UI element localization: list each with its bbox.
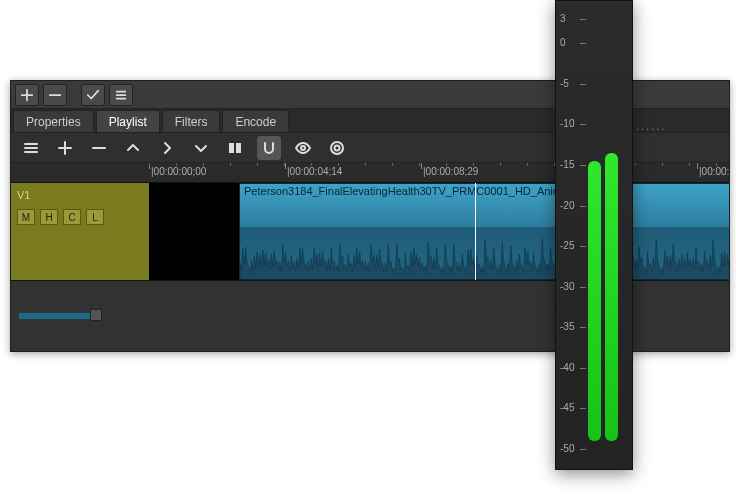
meter-scale-label: -15: [560, 159, 574, 170]
track-btn-m[interactable]: M: [17, 209, 35, 225]
track-header: V1 MHCL: [11, 183, 149, 280]
track-btn-h[interactable]: H: [40, 209, 58, 225]
waveform: [240, 232, 729, 280]
meter-scale-label: -50: [560, 443, 574, 454]
svg-point-2: [301, 146, 305, 150]
svg-point-4: [335, 145, 340, 150]
minus-icon[interactable]: [87, 136, 111, 160]
confirm-button[interactable]: [81, 84, 105, 106]
hamburger-icon[interactable]: [19, 136, 43, 160]
decor-ellipsis: ......: [636, 120, 726, 140]
meter-scale-label: -45: [560, 402, 574, 413]
chevron-right-icon[interactable]: [155, 136, 179, 160]
chevron-up-icon[interactable]: [121, 136, 145, 160]
audio-meter: 30-5-10-15-20-25-30-35-40-45-50: [555, 0, 633, 470]
zoom-slider[interactable]: [19, 313, 99, 319]
target-icon[interactable]: [325, 136, 349, 160]
meter-scale-label: -25: [560, 240, 574, 251]
meter-scale-label: 0: [560, 37, 566, 48]
track-btn-c[interactable]: C: [63, 209, 81, 225]
meter-bar-right: [605, 153, 618, 441]
zoom-thumb[interactable]: [90, 309, 102, 321]
track-btn-l[interactable]: L: [86, 209, 104, 225]
split-icon[interactable]: [223, 136, 247, 160]
svg-rect-0: [229, 143, 234, 153]
add-button[interactable]: [15, 84, 39, 106]
meter-scale-label: -5: [560, 78, 569, 89]
eye-icon[interactable]: [291, 136, 315, 160]
chevron-down-icon[interactable]: [189, 136, 213, 160]
meter-scale-label: -35: [560, 321, 574, 332]
meter-scale-label: -20: [560, 200, 574, 211]
ruler-spacer: [11, 163, 149, 183]
meter-scale-label: -40: [560, 362, 574, 373]
menu-button[interactable]: [109, 84, 133, 106]
svg-point-3: [331, 142, 343, 154]
meter-scale-label: -10: [560, 118, 574, 129]
track-name: V1: [17, 189, 143, 201]
tab-encode[interactable]: Encode: [222, 110, 289, 132]
plus-icon[interactable]: [53, 136, 77, 160]
playhead[interactable]: [475, 183, 476, 280]
video-clip[interactable]: Peterson3184_FinalElevatingHealth30TV_PR…: [239, 183, 729, 280]
meter-scale-label: -30: [560, 281, 574, 292]
tab-playlist[interactable]: Playlist: [96, 110, 160, 132]
tab-properties[interactable]: Properties: [13, 110, 94, 132]
remove-button[interactable]: [43, 84, 67, 106]
clip-label: Peterson3184_FinalElevatingHealth30TV_PR…: [244, 185, 729, 197]
snap-icon[interactable]: [257, 136, 281, 160]
meter-scale-label: 3: [560, 13, 566, 24]
svg-rect-1: [236, 143, 241, 153]
tab-filters[interactable]: Filters: [162, 110, 221, 132]
time-ruler[interactable]: |00:00:00;00|00:00:04;14|00:00:08;29|00:…: [149, 163, 729, 183]
track-body[interactable]: Peterson3184_FinalElevatingHealth30TV_PR…: [149, 183, 729, 280]
meter-bar-left: [588, 161, 601, 441]
empty-region: [149, 183, 239, 280]
